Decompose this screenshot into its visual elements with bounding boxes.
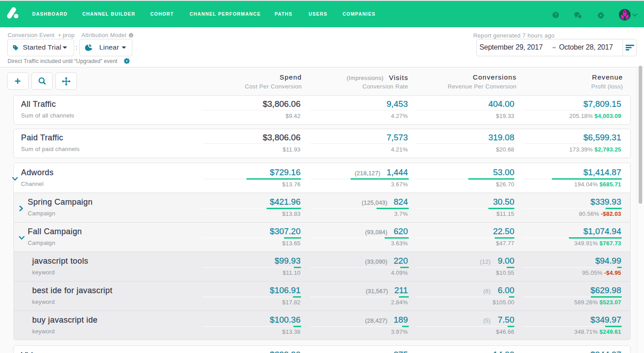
svg-text:?: ?: [554, 13, 557, 17]
svg-text:i: i: [131, 34, 131, 37]
